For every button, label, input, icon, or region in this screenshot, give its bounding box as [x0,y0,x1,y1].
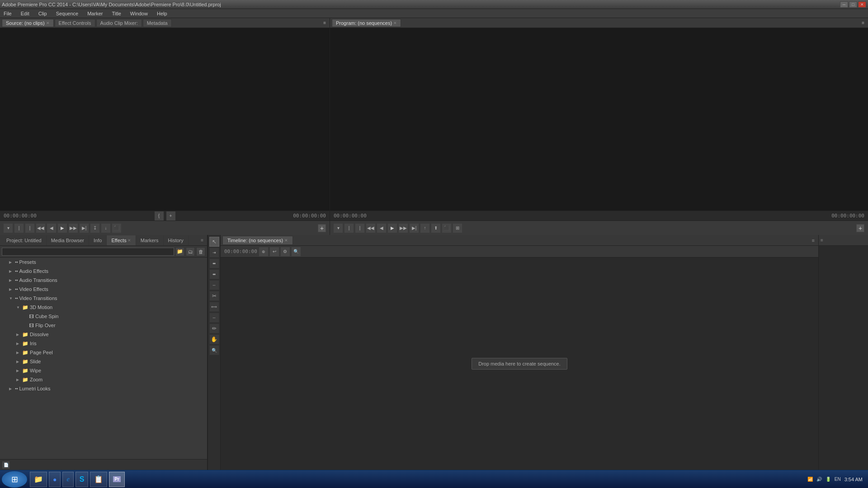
tab-markers[interactable]: Markers [136,235,164,245]
program-play[interactable]: ▶ [388,224,397,233]
tool-ripple[interactable]: ⬌ [209,258,219,268]
program-fwd-play[interactable]: ▶▶ [399,224,408,233]
source-fwd-play[interactable]: ▶▶ [69,224,78,233]
tree-item-audio-transitions[interactable]: ▶ ▪▪ Audio Transitions [0,276,207,285]
tree-item-video-effects[interactable]: ▶ ▪▪ Video Effects [0,285,207,294]
tree-item-presets[interactable]: ▶ ▪▪ Presets [0,258,207,267]
tool-select[interactable]: ↖ [209,237,219,247]
tree-item-page-peel[interactable]: ▶ 📁 Page Peel [0,348,207,357]
tree-item-wipe[interactable]: ▶ 📁 Wipe [0,366,207,375]
tab-audio-clip-mixer[interactable]: Audio Clip Mixer: [96,19,142,27]
taskbar-skype[interactable]: S [75,472,89,487]
program-next-frame[interactable]: ▶| [410,224,419,233]
tab-project[interactable]: Project: Untitled [2,235,47,245]
tree-item-slide[interactable]: ▶ 📁 Slide [0,357,207,366]
program-rev-play[interactable]: ◀ [377,224,386,233]
tree-item-cube-spin[interactable]: 🎞 Cube Spin [0,312,207,321]
tree-item-dissolve[interactable]: ▶ 📁 Dissolve [0,330,207,339]
program-step-forward[interactable]: | [355,224,364,233]
menu-title[interactable]: Title [110,10,123,17]
source-add-button[interactable]: + [318,224,326,232]
program-export-frame[interactable]: ⬛ [442,224,451,233]
tool-zoom[interactable]: 🔍 [209,345,219,355]
program-prev-frame[interactable]: ◀◀ [366,224,375,233]
source-mark-add[interactable]: + [166,211,175,221]
tab-program[interactable]: Program: (no sequences) ✕ [332,19,401,27]
tree-item-audio-effects[interactable]: ▶ ▪▪ Audio Effects [0,267,207,276]
tree-item-lumetri[interactable]: ▶ ▪▪ Lumetri Looks [0,384,207,393]
close-button[interactable]: ✕ [858,1,866,8]
source-overwrite[interactable]: ↓ [101,224,110,233]
tool-slide[interactable]: ↔ [209,313,219,323]
tree-item-zoom[interactable]: ▶ 📁 Zoom [0,375,207,384]
tool-razor[interactable]: ✂ [209,291,219,301]
menu-clip[interactable]: Clip [37,10,49,17]
right-panel-menu[interactable]: ≡ [821,238,823,243]
program-add-button[interactable]: + [856,224,864,232]
source-export[interactable]: ⬛ [112,224,121,233]
left-panel-menu[interactable]: ≡ [199,238,205,243]
source-next-frame[interactable]: ▶| [80,224,89,233]
menu-edit[interactable]: Edit [19,10,31,17]
source-insert[interactable]: ↧ [90,224,99,233]
taskbar-ie[interactable]: e [62,472,73,487]
program-lift[interactable]: ↑ [420,224,429,233]
tab-history[interactable]: History [164,235,189,245]
timeline-zoom-in[interactable]: 🔍 [292,247,301,256]
tab-source[interactable]: Source: (no clips) ✕ [2,19,54,27]
source-play[interactable]: ▶ [58,224,67,233]
tree-item-iris[interactable]: ▶ 📁 Iris [0,339,207,348]
program-vol-down[interactable]: ▾ [334,224,343,233]
timeline-undo[interactable]: ↩ [270,247,279,256]
program-tab-close[interactable]: ✕ [393,21,397,25]
source-step-forward[interactable]: | [25,224,34,233]
start-button[interactable]: ⊞ [2,471,27,488]
effects-tab-close[interactable]: ✕ [127,238,131,243]
menu-help[interactable]: Help [155,10,169,17]
source-vol-down[interactable]: ▾ [4,224,13,233]
tab-effect-controls[interactable]: Effect Controls [55,19,95,27]
menu-sequence[interactable]: Sequence [54,10,80,17]
tool-track-forward[interactable]: ⇥ [209,248,219,258]
tool-hand[interactable]: ✋ [209,334,219,344]
source-step-back[interactable]: | [14,224,24,233]
timeline-tab-close[interactable]: ✕ [284,238,288,243]
menu-window[interactable]: Window [128,10,150,17]
taskbar-file-explorer[interactable]: 📁 [30,472,47,487]
tab-info[interactable]: Info [89,235,107,245]
source-mark-in[interactable]: { [155,211,164,221]
source-panel-menu[interactable]: ≡ [321,20,328,25]
source-prev-frame[interactable]: ◀◀ [36,224,45,233]
new-item-btn[interactable]: 📄 [2,461,10,469]
menu-file[interactable]: File [2,10,14,17]
program-trim[interactable]: ⊞ [453,224,462,233]
tool-rate-stretch[interactable]: ↔ [209,280,219,290]
tree-item-video-transitions[interactable]: ▼ ▪▪ Video Transitions [0,294,207,303]
effects-search-input[interactable] [2,248,174,256]
timeline-settings[interactable]: ⚙ [281,247,290,256]
new-bin-btn[interactable]: 🗂 [186,247,195,256]
taskbar-task5[interactable]: 📋 [90,472,107,487]
tool-pen[interactable]: ✏ [209,324,219,333]
tree-item-flip-over[interactable]: 🎞 Flip Over [0,321,207,330]
tab-metadata[interactable]: Metadata [143,19,172,27]
delete-btn[interactable]: 🗑 [196,247,205,256]
program-step-back[interactable]: | [344,224,354,233]
source-tab-close[interactable]: ✕ [46,21,50,25]
taskbar-premiere[interactable]: Pr [109,472,125,487]
tab-effects[interactable]: Effects ✕ [107,235,136,245]
tab-timeline[interactable]: Timeline: (no sequences) ✕ [222,236,293,245]
tool-rolling[interactable]: ⬌ [209,269,219,279]
menu-marker[interactable]: Marker [85,10,104,17]
program-panel-menu[interactable]: ≡ [860,20,866,25]
minimize-button[interactable]: ─ [840,1,848,8]
taskbar-chrome[interactable]: ● [49,472,61,487]
source-rev-play[interactable]: ◀ [47,224,56,233]
tool-slip[interactable]: ⟺ [209,302,219,312]
tab-media-browser[interactable]: Media Browser [47,235,89,245]
program-extract[interactable]: ⬆ [431,224,440,233]
timeline-add-clip[interactable]: ⊕ [259,247,268,256]
new-folder-btn[interactable]: 📁 [175,247,184,256]
tree-item-3d-motion[interactable]: ▼ 📁 3D Motion [0,303,207,312]
timeline-panel-menu[interactable]: ≡ [810,238,816,243]
